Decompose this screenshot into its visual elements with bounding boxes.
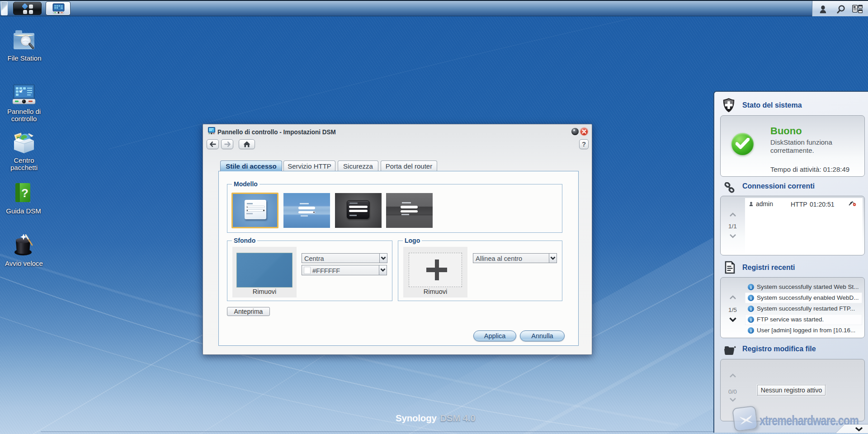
svg-text:?: ? bbox=[21, 186, 28, 200]
